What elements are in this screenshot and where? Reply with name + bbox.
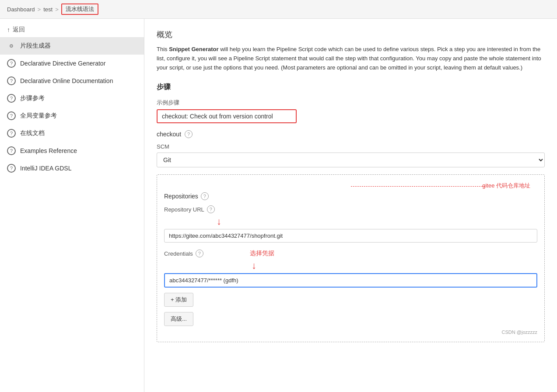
- sidebar-item-declarative-online-label: Declarative Online Documentation: [20, 77, 113, 84]
- question-icon-4: ?: [7, 111, 16, 120]
- breadcrumb-sep-2: >: [55, 6, 59, 13]
- sidebar: ↑ 返回 ⚙ 片段生成器 ? Declarative Directive Gen…: [0, 19, 144, 392]
- question-icon-6: ?: [7, 146, 16, 155]
- scm-label: SCM: [157, 143, 545, 150]
- breadcrumb-dashboard[interactable]: Dashboard: [7, 6, 35, 13]
- checkout-help-icon[interactable]: ?: [185, 130, 193, 138]
- steps-title: 步骤: [157, 83, 545, 92]
- repo-url-label-text: Repository URL: [164, 206, 204, 213]
- breadcrumb-sep-1: >: [38, 6, 41, 13]
- question-icon-3: ?: [7, 94, 16, 103]
- checkout-header: checkout ?: [157, 130, 545, 138]
- breadcrumb-test[interactable]: test: [43, 6, 53, 13]
- checkout-label: checkout: [157, 131, 181, 138]
- credentials-section: Credentials ? 选择凭据 ↓: [164, 250, 537, 288]
- scm-field: SCM Git: [157, 143, 545, 167]
- back-arrow-icon: ↑: [7, 26, 10, 33]
- step-field-section: 示例步骤: [157, 99, 545, 123]
- repo-url-label: Repository URL ?: [164, 205, 537, 213]
- repositories-label: Repositories: [164, 193, 198, 200]
- question-icon-7: ?: [7, 164, 16, 173]
- checkout-section: checkout ? SCM Git gitee 代码仓库地址 Repos: [157, 130, 545, 342]
- back-button[interactable]: ↑ 返回: [0, 22, 144, 37]
- sidebar-item-online-doc-label: 在线文档: [20, 129, 45, 137]
- advanced-row: 高级...: [164, 312, 537, 326]
- sidebar-item-declarative-directive-label: Declarative Directive Generator: [20, 60, 105, 67]
- sidebar-item-declarative-online[interactable]: ? Declarative Online Documentation: [0, 72, 144, 90]
- overview-description: This Snippet Generator will help you lea…: [157, 45, 545, 72]
- breadcrumb: Dashboard > test > 流水线语法: [0, 0, 557, 19]
- overview-title: 概览: [157, 29, 545, 40]
- sidebar-item-steps-ref-label: 步骤参考: [20, 94, 45, 102]
- step-input[interactable]: [157, 109, 297, 123]
- credentials-help-icon[interactable]: ?: [196, 250, 203, 257]
- repositories-section: gitee 代码仓库地址 Repositories ? Repository U…: [157, 174, 545, 342]
- sidebar-item-examples[interactable]: ? Examples Reference: [0, 142, 144, 160]
- gitee-annotation: gitee 代码仓库地址: [482, 182, 530, 190]
- sidebar-item-examples-label: Examples Reference: [20, 147, 77, 154]
- breadcrumb-current: 流水线语法: [61, 3, 98, 15]
- sidebar-item-intellij-label: IntelliJ IDEA GDSL: [20, 165, 72, 172]
- sidebar-item-intellij[interactable]: ? IntelliJ IDEA GDSL: [0, 160, 144, 177]
- question-icon-1: ?: [7, 59, 16, 68]
- advanced-button[interactable]: 高级...: [164, 312, 193, 326]
- sidebar-item-global-var-label: 全局变量参考: [20, 112, 57, 120]
- main-content: 概览 This Snippet Generator will help you …: [144, 19, 557, 392]
- csdn-credit: CSDN @jozzzzz: [164, 330, 537, 335]
- sidebar-item-snippet[interactable]: ⚙ 片段生成器: [0, 37, 144, 55]
- question-icon-2: ?: [7, 76, 16, 85]
- repositories-header: Repositories ?: [164, 192, 537, 200]
- back-label: 返回: [13, 26, 25, 34]
- credentials-input[interactable]: [164, 273, 537, 288]
- scm-select[interactable]: Git: [157, 153, 545, 167]
- add-button[interactable]: + 添加: [164, 293, 193, 307]
- question-icon-5: ?: [7, 129, 16, 138]
- sidebar-item-steps-ref[interactable]: ? 步骤参考: [0, 90, 144, 107]
- repositories-help-icon[interactable]: ?: [201, 192, 209, 200]
- buttons-row: + 添加: [164, 293, 537, 307]
- step-label: 示例步骤: [157, 99, 545, 107]
- repo-url-section: Repository URL ? ↓: [164, 205, 537, 243]
- sidebar-item-online-doc[interactable]: ? 在线文档: [0, 125, 144, 142]
- credentials-label: Credentials ? 选择凭据: [164, 250, 537, 257]
- credentials-annotation: 选择凭据: [250, 250, 274, 257]
- sidebar-item-snippet-label: 片段生成器: [20, 42, 51, 50]
- snippet-generator-bold: Snippet Generator: [169, 46, 218, 52]
- gear-icon: ⚙: [7, 42, 16, 50]
- repo-url-help-icon[interactable]: ?: [207, 205, 215, 213]
- repo-url-input[interactable]: [164, 229, 537, 243]
- sidebar-item-declarative-directive[interactable]: ? Declarative Directive Generator: [0, 55, 144, 72]
- sidebar-item-global-var[interactable]: ? 全局变量参考: [0, 107, 144, 125]
